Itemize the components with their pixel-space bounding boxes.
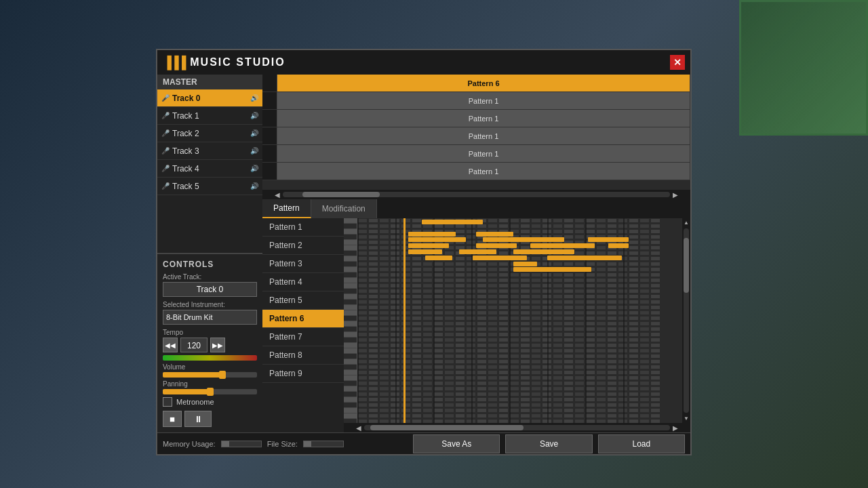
grid-cell[interactable] (574, 397, 585, 402)
grid-cell[interactable] (455, 224, 465, 228)
grid-cell[interactable] (607, 289, 617, 293)
grid-cell[interactable] (596, 267, 606, 272)
grid-cell[interactable] (379, 289, 389, 293)
grid-cell[interactable] (498, 354, 509, 359)
grid-cell[interactable] (412, 289, 422, 293)
grid-cell[interactable] (488, 278, 498, 283)
grid-cell[interactable] (553, 348, 563, 353)
grid-cell[interactable] (444, 327, 454, 331)
grid-cell[interactable] (401, 332, 411, 337)
grid-cell[interactable] (607, 229, 617, 234)
grid-cell[interactable] (639, 403, 650, 407)
grid-cell[interactable] (477, 310, 487, 315)
grid-cell[interactable] (607, 381, 617, 386)
note-block-17[interactable] (513, 267, 591, 272)
grid-cell[interactable] (477, 413, 487, 418)
track-item-3[interactable]: 🎤 Track 3 🔊 (157, 142, 262, 160)
grid-cell[interactable] (498, 370, 509, 375)
grid-cell[interactable] (585, 289, 595, 293)
grid-cell[interactable] (412, 278, 422, 283)
grid-cell[interactable] (401, 370, 411, 375)
grid-cell[interactable] (607, 224, 617, 228)
grid-cell[interactable] (564, 300, 574, 304)
grid-cell[interactable] (412, 218, 422, 223)
grid-cell[interactable] (498, 310, 509, 315)
grid-cell[interactable] (401, 224, 411, 228)
grid-cell[interactable] (629, 267, 639, 272)
grid-cell[interactable] (357, 375, 368, 380)
grid-cell[interactable] (401, 359, 411, 364)
grid-cell[interactable] (422, 370, 433, 375)
grid-cell[interactable] (368, 397, 378, 402)
grid-cell[interactable] (607, 294, 617, 299)
grid-cell[interactable] (379, 370, 389, 375)
grid-cell[interactable] (498, 278, 509, 283)
grid-cell[interactable] (422, 224, 433, 228)
grid-cell[interactable] (650, 283, 660, 288)
grid-cell[interactable] (433, 294, 443, 299)
grid-cell[interactable] (401, 316, 411, 321)
grid-cell[interactable] (412, 300, 422, 304)
grid-cell[interactable] (368, 321, 378, 326)
grid-cell[interactable] (607, 375, 617, 380)
grid-cell[interactable] (477, 321, 487, 326)
grid-cell[interactable] (629, 300, 639, 304)
grid-cell[interactable] (444, 278, 454, 283)
grid-cell[interactable] (477, 272, 487, 277)
grid-cell[interactable] (574, 251, 585, 256)
grid-cell[interactable] (553, 397, 563, 402)
grid-cell[interactable] (639, 283, 650, 288)
grid-cell[interactable] (422, 300, 433, 304)
grid-cell[interactable] (357, 267, 368, 272)
grid-cell[interactable] (455, 262, 465, 266)
grid-cell[interactable] (401, 262, 411, 266)
grid-cell[interactable] (455, 305, 465, 310)
grid-cell[interactable] (553, 386, 563, 391)
grid-cell[interactable] (531, 294, 541, 299)
grid-cell[interactable] (368, 310, 378, 315)
grid-cell[interactable] (498, 267, 509, 272)
grid-cell[interactable] (357, 386, 368, 391)
grid-cell[interactable] (553, 218, 563, 223)
grid-cell[interactable] (509, 365, 519, 369)
grid-cell[interactable] (650, 245, 660, 250)
grid-cell[interactable] (477, 354, 487, 359)
grid-cell[interactable] (639, 348, 650, 353)
grid-cell[interactable] (531, 332, 541, 337)
grid-cell[interactable] (368, 403, 378, 407)
grid-cell[interactable] (368, 359, 378, 364)
note-block-11[interactable] (459, 249, 496, 254)
stop-button[interactable]: ■ (163, 411, 182, 427)
grid-cell[interactable] (422, 386, 433, 391)
grid-cell[interactable] (629, 229, 639, 234)
grid-cell[interactable] (509, 354, 519, 359)
note-block-4[interactable] (483, 237, 564, 242)
grid-cell[interactable] (607, 397, 617, 402)
grid-cell[interactable] (412, 392, 422, 396)
grid-cell[interactable] (520, 272, 530, 277)
grid-cell[interactable] (379, 240, 389, 245)
tempo-decrease-button[interactable]: ◀◀ (163, 338, 178, 352)
track-item-5[interactable]: 🎤 Track 5 🔊 (157, 178, 262, 195)
metronome-checkbox[interactable] (163, 397, 172, 407)
grid-cell[interactable] (574, 327, 585, 331)
grid-cell[interactable] (564, 359, 574, 364)
grid-cell[interactable] (477, 348, 487, 353)
grid-cell[interactable] (607, 365, 617, 369)
grid-cell[interactable] (357, 300, 368, 304)
grid-cell[interactable] (357, 365, 368, 369)
grid-cell[interactable] (379, 397, 389, 402)
note-block-7[interactable] (476, 243, 517, 248)
grid-cell[interactable] (639, 272, 650, 277)
grid-cell[interactable] (574, 338, 585, 342)
grid-cell[interactable] (629, 343, 639, 348)
grid-cell[interactable] (509, 224, 519, 228)
grid-cell[interactable] (607, 348, 617, 353)
grid-cell[interactable] (379, 272, 389, 277)
grid-cell[interactable] (422, 310, 433, 315)
grid-cell[interactable] (509, 343, 519, 348)
grid-cell[interactable] (531, 359, 541, 364)
grid-cell[interactable] (433, 278, 443, 283)
timeline-row-4[interactable]: Pattern 1 (262, 145, 690, 163)
grid-cell[interactable] (379, 359, 389, 364)
